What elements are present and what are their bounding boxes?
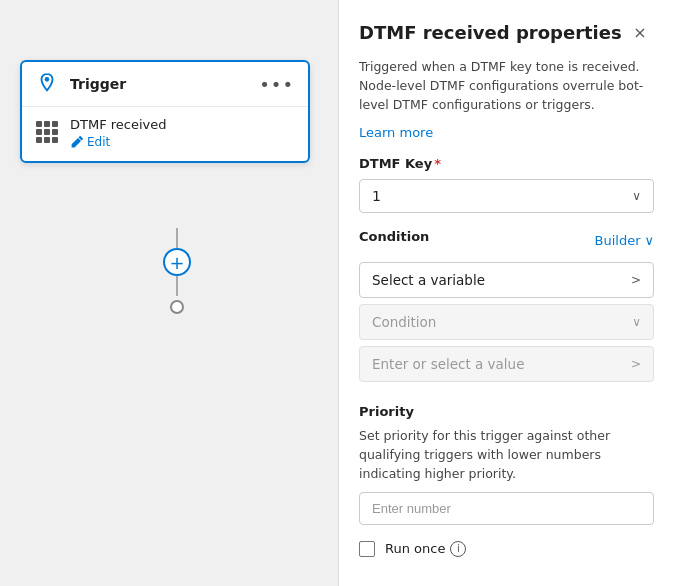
learn-more-section: Learn more [339, 124, 674, 156]
canvas-panel: Trigger ••• DTMF received [0, 0, 338, 586]
add-step-button[interactable]: + [163, 248, 191, 276]
edit-icon [70, 136, 83, 149]
priority-label: Priority [359, 404, 654, 419]
select-variable-chevron-icon: > [631, 273, 641, 287]
priority-description: Set priority for this trigger against ot… [359, 427, 654, 483]
panel-title: DTMF received properties [359, 22, 622, 43]
trigger-item-name: DTMF received [70, 117, 167, 132]
priority-input[interactable] [359, 492, 654, 525]
condition-dropdown: Condition ∨ [359, 304, 654, 340]
dtmf-key-chevron-icon: ∨ [632, 189, 641, 203]
svg-point-0 [45, 77, 50, 82]
trigger-header-left: Trigger [36, 72, 126, 96]
connector: + [163, 228, 191, 314]
trigger-body: DTMF received Edit [22, 107, 308, 161]
panel-description: Triggered when a DTMF key tone is receiv… [339, 58, 674, 124]
select-variable-label: Select a variable [372, 272, 485, 288]
run-once-label: Run once i [385, 541, 466, 557]
dtmf-key-dropdown[interactable]: 1 ∨ [359, 179, 654, 213]
trigger-title: Trigger [70, 76, 126, 92]
line-top [176, 228, 178, 248]
select-variable-dropdown[interactable]: Select a variable > [359, 262, 654, 298]
condition-section: Condition Builder ∨ Select a variable > … [339, 229, 674, 404]
panel-header: DTMF received properties × [339, 0, 674, 58]
condition-chevron-icon: ∨ [632, 315, 641, 329]
run-once-row: Run once i [339, 541, 674, 577]
condition-value-dropdown: Enter or select a value > [359, 346, 654, 382]
condition-header: Condition Builder ∨ [359, 229, 654, 252]
line-bottom [176, 276, 178, 296]
dtmf-key-label: DTMF Key* [359, 156, 654, 171]
condition-label: Condition [359, 229, 429, 244]
learn-more-link[interactable]: Learn more [359, 125, 433, 140]
edit-link[interactable]: Edit [70, 135, 167, 149]
end-circle [170, 300, 184, 314]
dtmf-icon [36, 121, 60, 145]
trigger-header: Trigger ••• [22, 62, 308, 107]
condition-placeholder: Condition [372, 314, 436, 330]
trigger-menu-button[interactable]: ••• [259, 74, 294, 95]
condition-value-placeholder: Enter or select a value [372, 356, 524, 372]
run-once-checkbox[interactable] [359, 541, 375, 557]
close-button[interactable]: × [626, 18, 654, 46]
dtmf-key-value: 1 [372, 188, 381, 204]
builder-link[interactable]: Builder ∨ [595, 233, 655, 248]
properties-panel: DTMF received properties × Triggered whe… [338, 0, 674, 586]
run-once-info-icon[interactable]: i [450, 541, 466, 557]
trigger-node: Trigger ••• DTMF received [20, 60, 310, 163]
trigger-item-info: DTMF received Edit [70, 117, 167, 149]
builder-chevron-icon: ∨ [644, 233, 654, 248]
priority-section: Priority Set priority for this trigger a… [339, 404, 674, 540]
required-star: * [434, 156, 441, 171]
condition-value-chevron-icon: > [631, 357, 641, 371]
trigger-icon [36, 72, 60, 96]
dtmf-key-section: DTMF Key* 1 ∨ [339, 156, 674, 229]
